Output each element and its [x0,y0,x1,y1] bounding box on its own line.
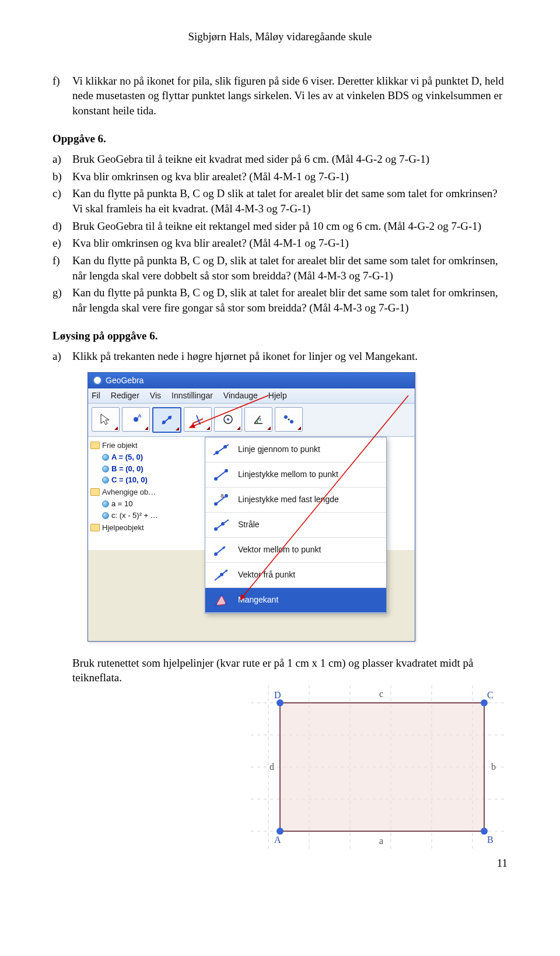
tool-point[interactable]: A [122,407,150,432]
author-line: Sigbjørn Hals, Måløy vidaregåande skule [188,30,372,43]
side-label-a: a [379,836,383,846]
folder-icon [90,488,100,496]
task6-b: Kva blir omkrinsen og kva blir arealet? … [72,169,349,184]
dropdown-item-line-two-points[interactable]: Linje gjennom to punkt [205,437,386,463]
svg-point-52 [276,828,284,835]
dropdown-item-vector[interactable]: Vektor mellom to punkt [205,538,386,563]
dropdown-item-polygon[interactable]: Mangekant [205,588,386,613]
svg-point-25 [221,522,225,526]
list-marker: e) [52,236,72,251]
side-label-c: c [379,689,383,699]
vertex-label-a: A [274,835,281,845]
algebra-panel: Frie objekt A = (5, 0) B = (0, 0) C = (1… [88,437,210,550]
menu-innstillingar[interactable]: Innstillingar [172,390,213,401]
vertex-label-d: D [274,690,281,700]
svg-marker-34 [216,595,226,605]
solution-title: Løysing på oppgåve 6. [52,328,508,344]
tool-circle[interactable] [214,407,242,432]
tree-item[interactable]: A = (5, 0) [90,451,207,463]
tree-item[interactable]: c: (x - 5)² + … [90,510,207,521]
list-marker: c) [52,186,72,216]
vertex-label-b: B [487,835,494,845]
svg-text:α: α [258,416,261,422]
menu-rediger[interactable]: Rediger [111,390,139,401]
menu-fil[interactable]: Fil [92,390,100,401]
solution-list: a)Klikk på trekanten nede i høgre hjørne… [52,349,508,366]
task6-g: Kan du flytte på punkta B, C og D, slik … [72,285,508,315]
tree-item[interactable]: B = (0, 0) [90,463,207,475]
point-icon [102,500,109,507]
tree-help-objects[interactable]: Hjelpeobjekt [90,521,207,534]
svg-point-20 [214,502,218,506]
svg-point-24 [214,527,218,531]
point-icon [102,512,109,519]
square-figure: A B C D a b c d [251,685,508,849]
dropdown-item-segment[interactable]: Linjestykke mellom to punkt [205,463,386,488]
tree-item[interactable]: a = 10 [90,498,207,510]
svg-point-3 [162,421,166,424]
list-marker: b) [52,169,72,184]
list-marker: a) [52,152,72,167]
ray-icon [212,517,230,533]
chevron-down-icon [145,426,148,430]
svg-point-11 [290,420,293,423]
chevron-down-icon [114,426,118,430]
geogebra-figure: GeoGebra Fil Rediger Vis Innstillingar V… [88,372,508,642]
svg-line-16 [216,471,226,479]
tool-move[interactable] [92,407,120,432]
vector-icon [212,542,230,558]
list-marker: f) [52,73,72,118]
task6-d: Bruk GeoGebra til å teikne eit rektangel… [72,219,481,234]
tree-free-objects[interactable]: Frie objekt [90,439,207,452]
titlebar: GeoGebra [88,373,415,388]
folder-icon [90,442,100,449]
task6-a: Bruk GeoGebra til å teikne eit kvadrat m… [72,152,429,167]
page-header: Sigbjørn Hals, Måløy vidaregåande skule [52,29,508,44]
intro-f-text: Vi klikkar no på ikonet for pila, slik f… [72,73,508,118]
svg-point-36 [225,603,228,605]
dropdown-item-segment-fixed[interactable]: a Linjestykke med fast lengde [205,488,386,513]
svg-point-18 [225,469,228,472]
svg-point-15 [223,445,227,449]
svg-point-4 [168,416,172,419]
menu-hjelp[interactable]: Hjelp [268,390,287,401]
list-marker: f) [52,253,72,283]
tool-reflect[interactable] [275,407,303,432]
geogebra-window: GeoGebra Fil Rediger Vis Innstillingar V… [88,372,415,642]
tool-line[interactable] [152,407,181,433]
point-icon [102,465,109,472]
menu-vis[interactable]: Vis [150,390,161,401]
solution-a-text: Klikk på trekanten nede i høgre hjørnet … [72,349,418,364]
menubar: Fil Rediger Vis Innstillingar Vindauge H… [88,388,415,404]
tool-angle[interactable]: α [244,407,272,432]
svg-point-17 [214,477,218,481]
side-label-b: b [491,762,496,772]
svg-rect-51 [280,703,484,831]
dropdown-item-ray[interactable]: Stråle [205,513,386,538]
svg-point-21 [225,494,228,498]
tree-dependent-objects[interactable]: Avhengige ob… [90,486,207,499]
point-icon [102,477,109,484]
menu-vindauge[interactable]: Vindauge [223,390,258,401]
task6-e: Kva blir omkrinsen og kva blir arealet? … [72,236,349,251]
list-marker: d) [52,219,72,234]
list-marker: g) [52,285,72,315]
task6-f: Kan du flytte på punkta B, C og D, slik … [72,253,508,283]
tree-item[interactable]: C = (10, 0) [90,474,207,486]
page-number: 11 [52,856,508,871]
tool-perpendicular[interactable] [184,407,212,432]
chevron-down-icon [298,426,301,430]
intro-list: f) Vi klikkar no på ikonet for pila, sli… [52,73,508,121]
line-icon [212,442,230,457]
dropdown-item-vector-from-point[interactable]: Vektor frå punkt [205,563,386,588]
app-icon [93,376,102,385]
svg-point-14 [215,451,219,454]
solution-after-fig: Bruk rutenettet som hjelpelinjer (kvar r… [72,656,508,685]
vertex-label-c: C [487,690,494,700]
svg-point-54 [481,699,488,706]
svg-point-33 [220,573,223,576]
svg-point-10 [284,415,288,419]
list-marker: a) [52,349,72,364]
task6-title: Oppgåve 6. [52,131,508,146]
chevron-down-icon [237,426,240,430]
